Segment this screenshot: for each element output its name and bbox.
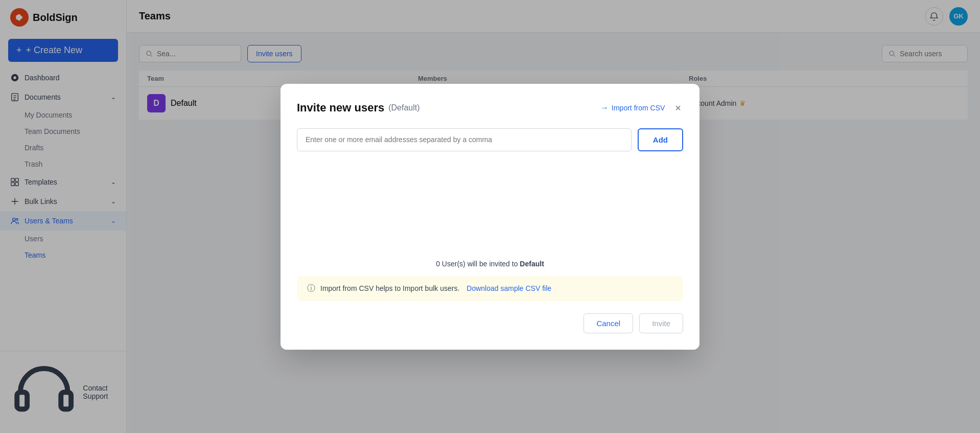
modal-header: Invite new users (Default) → Import from… bbox=[297, 100, 683, 116]
csv-info-banner: ⓘ Import from CSV helps to Import bulk u… bbox=[297, 276, 683, 301]
close-icon: × bbox=[675, 102, 681, 113]
modal-title: Invite new users (Default) bbox=[297, 101, 420, 115]
invite-text-label: User(s) will be invited to bbox=[442, 260, 518, 268]
email-input[interactable] bbox=[297, 128, 632, 151]
import-csv-button[interactable]: → Import from CSV bbox=[600, 103, 665, 112]
email-row: Add bbox=[297, 128, 683, 151]
modal-empty-area bbox=[297, 168, 683, 260]
invite-team-name: Default bbox=[520, 260, 544, 268]
invite-count: 0 bbox=[436, 260, 440, 268]
import-csv-label: Import from CSV bbox=[612, 104, 665, 112]
arrow-right-icon: → bbox=[600, 103, 609, 112]
invite-info: 0 User(s) will be invited to Default bbox=[297, 260, 683, 268]
csv-info-text: Import from CSV helps to Import bulk use… bbox=[320, 284, 459, 292]
modal-title-text: Invite new users bbox=[297, 101, 384, 115]
invite-users-modal: Invite new users (Default) → Import from… bbox=[281, 84, 699, 350]
invite-button[interactable]: Invite bbox=[639, 313, 683, 333]
add-button[interactable]: Add bbox=[638, 128, 683, 151]
modal-subtitle-text: (Default) bbox=[388, 103, 419, 112]
modal-footer: Cancel Invite bbox=[297, 313, 683, 333]
modal-close-button[interactable]: × bbox=[673, 100, 683, 116]
info-icon: ⓘ bbox=[307, 283, 315, 294]
modal-overlay: Invite new users (Default) → Import from… bbox=[0, 0, 980, 433]
download-csv-link[interactable]: Download sample CSV file bbox=[466, 284, 551, 292]
cancel-button[interactable]: Cancel bbox=[584, 313, 633, 333]
modal-header-right: → Import from CSV × bbox=[600, 100, 683, 116]
